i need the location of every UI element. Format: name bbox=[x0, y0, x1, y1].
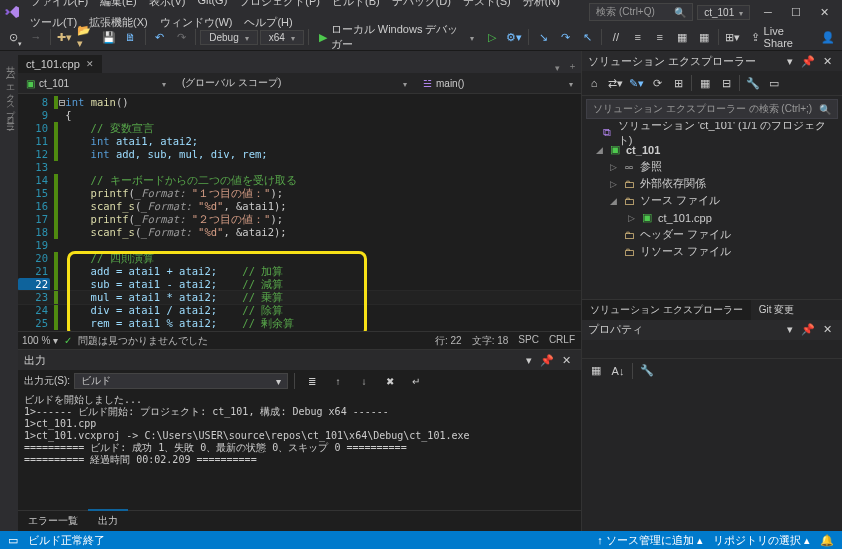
char-col[interactable]: 文字: 18 bbox=[472, 334, 509, 348]
step-into-icon[interactable]: ↘ bbox=[533, 26, 553, 48]
tab-close-icon[interactable]: ✕ bbox=[86, 59, 94, 69]
redo-button[interactable]: ↷ bbox=[171, 26, 191, 48]
build-options-icon[interactable]: ⚙▾ bbox=[504, 26, 524, 48]
tab-more-icon[interactable]: ＋ bbox=[564, 60, 581, 73]
search-icon: 🔍 bbox=[819, 104, 831, 115]
extra-tool-icon[interactable]: ⊞▾ bbox=[723, 26, 743, 48]
panel-close-icon[interactable]: ✕ bbox=[558, 354, 575, 367]
new-project-button[interactable]: ✚▾ bbox=[55, 26, 75, 48]
nav-project-select[interactable]: ▣ct_101 bbox=[18, 76, 174, 91]
tree-solution[interactable]: ⧉ソリューション 'ct_101' (1/1 のプロジェクト) bbox=[582, 124, 842, 141]
menu-project[interactable]: プロジェクト(P) bbox=[233, 0, 326, 12]
out-goto-icon[interactable]: ≣ bbox=[301, 370, 323, 392]
se-home-icon[interactable]: ⌂ bbox=[584, 73, 604, 93]
editor-tab-active[interactable]: ct_101.cpp ✕ bbox=[18, 55, 102, 73]
indent-more-icon[interactable]: ≡ bbox=[650, 26, 670, 48]
live-share-button[interactable]: ⇪ Live Share bbox=[745, 26, 816, 48]
tree-references[interactable]: ▷▫▫参照 bbox=[582, 158, 842, 175]
nav-scope-select[interactable]: (グローバル スコープ) bbox=[174, 74, 415, 92]
source-control-add[interactable]: ↑ ソース管理に追加 ▴ bbox=[597, 533, 703, 548]
undo-button[interactable]: ↶ bbox=[149, 26, 169, 48]
account-icon[interactable]: 👤 bbox=[818, 26, 838, 48]
menu-view[interactable]: 表示(V) bbox=[143, 0, 192, 12]
uncomment-icon[interactable]: ▦ bbox=[694, 26, 714, 48]
panel-close-icon[interactable]: ✕ bbox=[819, 55, 836, 68]
tab-output[interactable]: 出力 bbox=[88, 509, 128, 531]
solution-tree[interactable]: ⧉ソリューション 'ct_101' (1/1 のプロジェクト) ◢▣ct_101… bbox=[582, 122, 842, 299]
panel-dropdown-icon[interactable]: ▾ bbox=[783, 323, 797, 336]
nav-member-select[interactable]: ☱main() bbox=[415, 76, 581, 91]
panel-pin-icon[interactable]: 📌 bbox=[797, 323, 819, 336]
server-explorer-tab[interactable]: サーバー エクスプローラー bbox=[3, 55, 18, 531]
panel-close-icon[interactable]: ✕ bbox=[819, 323, 836, 336]
prop-wrench-icon[interactable]: 🔧 bbox=[637, 361, 657, 381]
repo-select[interactable]: リポジトリの選択 ▴ bbox=[713, 533, 810, 548]
panel-dropdown-icon[interactable]: ▾ bbox=[783, 55, 797, 68]
tab-error-list[interactable]: エラー一覧 bbox=[18, 511, 88, 531]
window-minimize-button[interactable]: ─ bbox=[754, 2, 782, 22]
run-debug-button[interactable]: ▶ ローカル Windows デバッガー bbox=[313, 26, 481, 48]
panel-pin-icon[interactable]: 📌 bbox=[797, 55, 819, 68]
search-input[interactable]: 検索 (Ctrl+Q)🔍 bbox=[589, 3, 693, 21]
tab-dropdown-icon[interactable]: ▾ bbox=[551, 63, 564, 73]
line-col[interactable]: 行: 22 bbox=[435, 334, 462, 348]
menu-build[interactable]: ビルド(B) bbox=[326, 0, 386, 12]
nav-fwd-button[interactable]: → bbox=[26, 26, 46, 48]
save-all-button[interactable]: 🗎 bbox=[121, 26, 141, 48]
se-collapse-icon[interactable]: ⊟ bbox=[716, 73, 736, 93]
menu-git[interactable]: Git(G) bbox=[191, 0, 233, 12]
output-source-select[interactable]: ビルド▾ bbox=[74, 373, 288, 389]
status-box-icon[interactable]: ▭ bbox=[8, 534, 18, 547]
se-showall-icon[interactable]: ▦ bbox=[695, 73, 715, 93]
start-no-debug-button[interactable]: ▷ bbox=[482, 26, 502, 48]
zoom-select[interactable]: 100 % ▾ bbox=[22, 335, 58, 346]
menu-file[interactable]: ファイル(F) bbox=[24, 0, 94, 12]
tree-source-file[interactable]: ▷▣ct_101.cpp bbox=[582, 209, 842, 226]
menu-edit[interactable]: 編集(E) bbox=[94, 0, 143, 12]
status-bar: ▭ ビルド正常終了 ↑ ソース管理に追加 ▴ リポジトリの選択 ▴ 🔔 bbox=[0, 531, 842, 549]
se-props-icon[interactable]: 🔧 bbox=[743, 73, 763, 93]
code-area[interactable]: ⊟int main() { // 変数宣言 int atai1, atai2; … bbox=[59, 94, 581, 331]
se-filter-icon[interactable]: ⊞ bbox=[668, 73, 688, 93]
step-over-icon[interactable]: ↷ bbox=[555, 26, 575, 48]
out-clear-icon[interactable]: ✖ bbox=[379, 370, 401, 392]
menu-test[interactable]: テスト(S) bbox=[457, 0, 517, 12]
prop-cat-icon[interactable]: ▦ bbox=[586, 361, 606, 381]
toggle-comment-icon[interactable]: // bbox=[606, 26, 626, 48]
out-prev-icon[interactable]: ↑ bbox=[327, 370, 349, 392]
tab-solution-explorer[interactable]: ソリューション エクスプローラー bbox=[582, 300, 751, 320]
se-preview-icon[interactable]: ▭ bbox=[764, 73, 784, 93]
out-wrap-icon[interactable]: ↵ bbox=[405, 370, 427, 392]
output-text[interactable]: ビルドを開始しました... 1>------ ビルド開始: プロジェクト: ct… bbox=[18, 392, 581, 510]
config-select[interactable]: Debug bbox=[200, 30, 257, 45]
platform-select[interactable]: x64 bbox=[260, 30, 304, 45]
step-out-icon[interactable]: ↖ bbox=[577, 26, 597, 48]
menu-analyze[interactable]: 分析(N) bbox=[517, 0, 566, 12]
tree-header-files[interactable]: 🗀ヘッダー ファイル bbox=[582, 226, 842, 243]
se-sync-icon[interactable]: ⟳ bbox=[647, 73, 667, 93]
notifications-icon[interactable]: 🔔 bbox=[820, 534, 834, 547]
save-button[interactable]: 💾 bbox=[99, 26, 119, 48]
se-pend-icon[interactable]: ✎▾ bbox=[626, 73, 646, 93]
startup-project-select[interactable]: ct_101 bbox=[697, 5, 750, 20]
nav-back-button[interactable]: ⊙▾ bbox=[4, 26, 24, 48]
comment-block-icon[interactable]: ▦ bbox=[672, 26, 692, 48]
out-next-icon[interactable]: ↓ bbox=[353, 370, 375, 392]
panel-dropdown-icon[interactable]: ▾ bbox=[522, 354, 536, 367]
tree-source-files[interactable]: ◢🗀ソース ファイル bbox=[582, 192, 842, 209]
window-maximize-button[interactable]: ☐ bbox=[782, 2, 810, 22]
tree-resource-files[interactable]: 🗀リソース ファイル bbox=[582, 243, 842, 260]
se-search-input[interactable]: ソリューション エクスプローラー の検索 (Ctrl+;)🔍 bbox=[586, 99, 838, 119]
indent-less-icon[interactable]: ≡ bbox=[628, 26, 648, 48]
indent-mode[interactable]: SPC bbox=[518, 334, 539, 348]
tab-git-changes[interactable]: Git 変更 bbox=[751, 300, 803, 320]
panel-pin-icon[interactable]: 📌 bbox=[536, 354, 558, 367]
se-switch-icon[interactable]: ⇄▾ bbox=[605, 73, 625, 93]
open-button[interactable]: 📂▾ bbox=[77, 26, 97, 48]
window-close-button[interactable]: ✕ bbox=[810, 2, 838, 22]
menu-debug[interactable]: デバッグ(D) bbox=[386, 0, 457, 12]
code-editor[interactable]: 8910111213141516171819202122232425262728… bbox=[18, 94, 581, 331]
tree-external-deps[interactable]: ▷🗀外部依存関係 bbox=[582, 175, 842, 192]
prop-alpha-icon[interactable]: A↓ bbox=[608, 361, 628, 381]
eol-mode[interactable]: CRLF bbox=[549, 334, 575, 348]
